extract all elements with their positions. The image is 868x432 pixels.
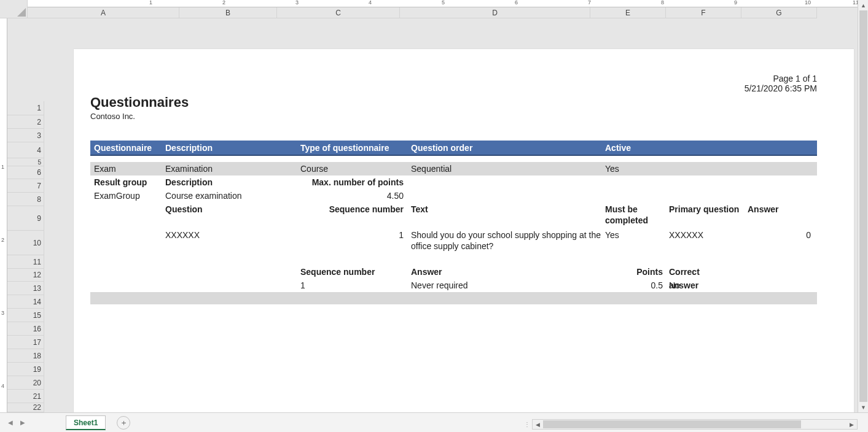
ruler-tick: 4 <box>1 383 4 389</box>
row-header[interactable]: 19 <box>7 363 44 376</box>
column-header[interactable]: C <box>277 7 400 18</box>
ruler-tick: 5 <box>442 0 445 6</box>
ruler-tick: 2 <box>222 0 225 6</box>
company-name: Contoso Inc. <box>90 112 817 121</box>
ruler-tick: 2 <box>1 237 4 243</box>
ruler-tick: 9 <box>734 0 737 6</box>
header-questionnaire: Questionnaire <box>90 141 162 155</box>
column-header[interactable]: F <box>666 7 741 18</box>
row-header[interactable]: 6 <box>7 166 44 179</box>
cell-primary: XXXXXX <box>665 230 744 254</box>
cell-answer-text: Never required <box>407 279 636 292</box>
cell-group-description: Course examination <box>162 189 297 202</box>
header-must: Must be completed <box>601 204 665 228</box>
header-answer-seq: Sequence number <box>297 265 407 279</box>
vertical-scrollbar[interactable]: ▲ ▼ <box>858 0 868 412</box>
header-question: Question <box>162 204 321 228</box>
row-header[interactable]: 17 <box>7 336 44 349</box>
ruler-tick: 1 <box>149 0 152 6</box>
question-data-row: XXXXXX 1 Should you do your school suppl… <box>90 228 817 254</box>
ruler-tick: 6 <box>515 0 518 6</box>
column-header[interactable]: B <box>179 7 277 18</box>
main-data-row: Exam Examination Course Sequential Yes <box>90 162 817 176</box>
cell-active: Yes <box>601 162 665 176</box>
header-text: Text <box>407 204 601 228</box>
tab-scroll-splitter[interactable]: ⋮ <box>525 419 529 430</box>
row-header[interactable]: 5 <box>7 158 44 166</box>
row-header[interactable]: 13 <box>7 282 44 295</box>
row-header[interactable]: 3 <box>7 129 44 142</box>
cell-max-points: 4.50 <box>297 189 407 202</box>
ruler-tick: 3 <box>1 310 4 316</box>
row-header[interactable]: 14 <box>7 295 44 309</box>
horizontal-scroll-thumb[interactable] <box>543 420 801 428</box>
ruler-tick: 10 <box>805 0 811 6</box>
scroll-right-arrow-icon[interactable]: ▶ <box>846 420 857 429</box>
row-header[interactable]: 15 <box>7 309 44 322</box>
row-header[interactable]: 16 <box>7 322 44 336</box>
scroll-down-arrow-icon[interactable]: ▼ <box>858 402 868 412</box>
column-header[interactable]: E <box>590 7 666 18</box>
cell-points: 0.5 <box>636 279 665 292</box>
row-headers[interactable]: 1 2 3 4 5 6 7 8 9 10 11 12 13 14 15 16 1… <box>7 18 28 412</box>
column-header[interactable]: A <box>28 7 179 18</box>
group-header-row: Result group Description Max. number of … <box>90 176 817 189</box>
row-header[interactable]: 7 <box>7 179 44 193</box>
cell-result-group: ExamGroup <box>90 189 162 202</box>
select-all-triangle[interactable] <box>0 0 28 18</box>
row-header[interactable]: 2 <box>7 115 44 129</box>
cell-type: Course <box>297 162 407 176</box>
scroll-left-arrow-icon[interactable]: ◀ <box>533 420 543 429</box>
cell-seq: 1 <box>321 230 407 254</box>
plus-icon: ＋ <box>120 417 128 428</box>
cell-order: Sequential <box>407 162 601 176</box>
ruler-tick: 4 <box>369 0 372 6</box>
row-header[interactable]: 4 <box>7 142 44 158</box>
column-headers[interactable]: A B C D E F G <box>28 7 858 18</box>
spacer <box>90 230 162 254</box>
row-header[interactable]: 18 <box>7 349 44 363</box>
timestamp: 5/21/2020 6:35 PM <box>90 83 817 93</box>
row-header[interactable]: 20 <box>7 376 44 390</box>
row-header[interactable]: 11 <box>7 255 44 269</box>
cell-answer: 0 <box>744 230 815 254</box>
row-header[interactable]: 1 <box>7 101 44 115</box>
row-header[interactable]: 8 <box>7 193 44 206</box>
cell-answer-seq: 1 <box>297 279 407 292</box>
header-type: Type of questionnaire <box>297 141 407 155</box>
sheet-tab-bar: ◀ ▶ Sheet1 ＋ ⋮ ◀ ▶ <box>0 412 868 432</box>
row-header[interactable]: 10 <box>7 231 44 255</box>
report-title: Questionnaires <box>90 94 817 110</box>
header-primary: Primary question <box>665 204 744 228</box>
sheet-tab[interactable]: Sheet1 <box>66 415 106 430</box>
ruler-tick: 8 <box>661 0 664 6</box>
tab-nav-prev-icon[interactable]: ◀ <box>5 416 16 430</box>
header-description: Description <box>162 141 297 155</box>
vertical-scroll-thumb[interactable] <box>859 10 867 402</box>
row-header[interactable]: 22 <box>7 403 44 412</box>
row-header[interactable]: 12 <box>7 269 44 282</box>
footer-bar <box>90 292 817 304</box>
header-order: Question order <box>407 141 601 155</box>
header-group-description: Description <box>162 176 297 189</box>
horizontal-scroll-track[interactable] <box>543 420 846 429</box>
add-sheet-button[interactable]: ＋ <box>117 416 130 430</box>
cell-question: XXXXXX <box>162 230 321 254</box>
ruler-tick: 7 <box>588 0 591 6</box>
cell-description: Examination <box>162 162 297 176</box>
column-header[interactable]: G <box>741 7 817 18</box>
main-header-row: Questionnaire Description Type of questi… <box>90 141 817 156</box>
row-header[interactable]: 9 <box>7 206 44 231</box>
answer-data-row: 1 Never required 0.5 No <box>90 279 817 292</box>
scroll-up-arrow-icon[interactable]: ▲ <box>858 0 868 10</box>
horizontal-scrollbar[interactable]: ◀ ▶ <box>532 419 858 430</box>
print-page[interactable]: Page 1 of 1 5/21/2020 6:35 PM Questionna… <box>74 49 854 412</box>
header-answer: Answer <box>744 204 815 228</box>
group-data-row: ExamGroup Course examination 4.50 <box>90 189 817 202</box>
column-header[interactable]: D <box>400 7 590 18</box>
header-max-points: Max. number of points <box>297 176 407 189</box>
row-header[interactable]: 21 <box>7 390 44 403</box>
page-number: Page 1 of 1 <box>90 74 817 83</box>
tab-nav-next-icon[interactable]: ▶ <box>17 416 28 430</box>
horizontal-ruler: 1 2 3 4 5 6 7 8 9 10 11 <box>28 0 858 7</box>
